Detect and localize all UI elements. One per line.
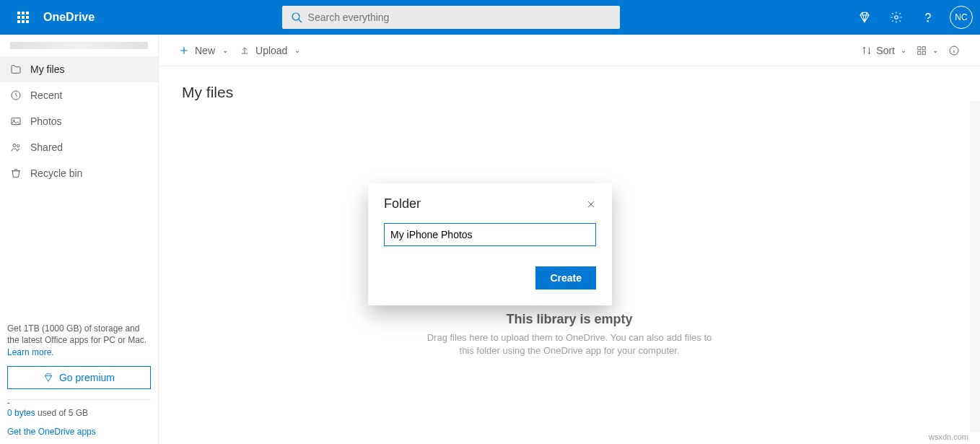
folder-icon (10, 64, 22, 75)
sidebar-item-my-files[interactable]: My files (0, 56, 158, 82)
chevron-down-icon: ⌄ (222, 46, 228, 54)
people-icon (10, 142, 22, 153)
sort-label: Sort (876, 45, 895, 56)
empty-subtitle: Drag files here to upload them to OneDri… (425, 331, 714, 357)
tiles-icon (916, 45, 927, 56)
premium-diamond-icon[interactable] (850, 0, 879, 35)
premium-label: Go premium (59, 372, 115, 383)
new-button[interactable]: New ⌄ (179, 45, 228, 56)
search-input[interactable] (308, 12, 611, 23)
sidebar-item-label: Photos (30, 116, 62, 127)
storage-used-link[interactable]: 0 bytes (7, 408, 35, 418)
view-toggle-button[interactable]: ⌄ (916, 45, 938, 56)
diamond-icon (43, 373, 53, 383)
storage-indicator: 0 bytes used of 5 GB (7, 399, 151, 418)
search-icon (291, 12, 302, 23)
create-folder-dialog: Folder Create (368, 183, 612, 305)
upload-icon (240, 45, 250, 56)
sort-icon (862, 45, 872, 56)
svg-point-0 (292, 13, 299, 20)
svg-rect-11 (918, 51, 921, 54)
gear-icon[interactable] (882, 0, 911, 35)
sidebar-item-shared[interactable]: Shared (0, 134, 158, 160)
learn-more-link[interactable]: Learn more. (7, 347, 54, 357)
storage-total: used of 5 GB (35, 408, 88, 418)
user-block (0, 35, 158, 56)
image-icon (10, 116, 22, 127)
svg-rect-10 (922, 46, 925, 49)
svg-rect-12 (922, 51, 925, 54)
scrollbar[interactable] (970, 101, 980, 432)
empty-title: This library is empty (159, 312, 980, 327)
go-premium-button[interactable]: Go premium (7, 366, 151, 389)
search-box[interactable] (282, 6, 620, 29)
create-button[interactable]: Create (535, 266, 596, 290)
svg-point-8 (17, 144, 19, 147)
close-icon[interactable] (586, 199, 596, 209)
sidebar: My files Recent Photos Shared Recycle bi… (0, 35, 159, 444)
brand-link[interactable]: OneDrive (43, 11, 95, 24)
upload-label: Upload (255, 45, 287, 56)
empty-state: This library is empty Drag files here to… (159, 312, 980, 357)
command-bar: New ⌄ Upload ⌄ Sort ⌄ ⌄ (159, 35, 980, 66)
svg-point-3 (927, 21, 928, 22)
new-label: New (195, 45, 215, 56)
sidebar-item-label: Recent (30, 90, 62, 101)
svg-point-2 (895, 16, 898, 19)
suite-header: OneDrive NC (0, 0, 980, 35)
chevron-down-icon: ⌄ (294, 46, 300, 54)
svg-line-1 (299, 19, 302, 22)
chevron-down-icon: ⌄ (932, 46, 938, 54)
sidebar-bottom: Get 1TB (1000 GB) of storage and the lat… (0, 315, 158, 444)
upload-button[interactable]: Upload ⌄ (240, 45, 300, 56)
avatar[interactable]: NC (950, 6, 973, 29)
svg-point-7 (13, 144, 16, 147)
clock-icon (10, 90, 22, 101)
sidebar-item-label: My files (30, 64, 64, 75)
info-icon (948, 45, 960, 56)
folder-name-input[interactable] (384, 223, 596, 246)
dialog-title: Folder (384, 196, 421, 212)
svg-rect-9 (918, 46, 921, 49)
sidebar-item-photos[interactable]: Photos (0, 108, 158, 134)
trash-icon (10, 167, 22, 179)
plus-icon (179, 45, 189, 56)
sidebar-nav: My files Recent Photos Shared Recycle bi… (0, 56, 158, 315)
page-title: My files (182, 84, 957, 101)
details-pane-button[interactable] (948, 45, 960, 56)
sidebar-item-recent[interactable]: Recent (0, 82, 158, 108)
sidebar-item-label: Recycle bin (30, 167, 82, 179)
promo-text: Get 1TB (1000 GB) of storage and the lat… (7, 323, 151, 359)
get-apps-link[interactable]: Get the OneDrive apps (7, 427, 151, 437)
app-launcher-button[interactable] (6, 0, 40, 35)
chevron-down-icon: ⌄ (901, 46, 906, 54)
watermark: wsxdn.com (929, 432, 968, 441)
sidebar-item-recycle-bin[interactable]: Recycle bin (0, 160, 158, 186)
sort-button[interactable]: Sort ⌄ (862, 45, 906, 56)
help-icon[interactable] (914, 0, 942, 35)
sidebar-item-label: Shared (30, 142, 63, 153)
